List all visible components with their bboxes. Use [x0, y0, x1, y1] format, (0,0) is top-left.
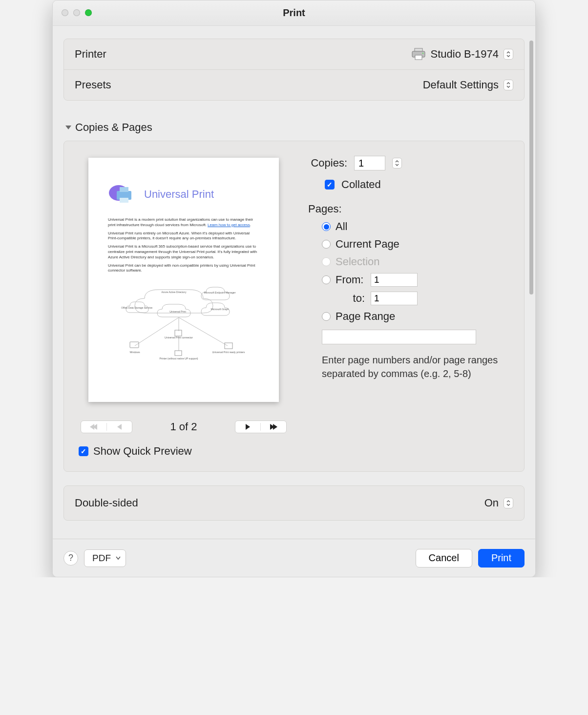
page-range-input[interactable]	[322, 330, 476, 344]
window-controls	[62, 9, 92, 16]
svg-rect-2	[415, 55, 422, 60]
collated-checkbox[interactable]	[325, 180, 335, 189]
svg-rect-22	[175, 330, 182, 336]
zoom-window-button[interactable]	[85, 9, 92, 16]
controls-column: Copies: Collated Pages:	[308, 158, 509, 458]
close-window-button[interactable]	[62, 9, 68, 16]
svg-rect-23	[225, 343, 232, 349]
svg-line-10	[179, 317, 228, 346]
svg-rect-7	[120, 198, 128, 203]
pages-from-radio[interactable]	[322, 275, 331, 284]
double-sided-panel: Double-sided On	[63, 485, 525, 521]
printer-select[interactable]: Studio B-1974	[411, 48, 513, 61]
printer-row: Printer Studio B-1974	[64, 39, 524, 69]
page-indicator: 1 of 2	[170, 421, 197, 433]
show-quick-preview-row: Show Quick Preview	[79, 445, 289, 458]
cloud-printer-icon	[108, 182, 137, 207]
print-button[interactable]: Print	[478, 549, 525, 568]
dialog-title: Print	[283, 7, 305, 19]
svg-line-9	[135, 317, 179, 346]
minimize-window-button[interactable]	[73, 9, 80, 16]
svg-rect-6	[120, 187, 128, 192]
first-page-button[interactable]	[81, 421, 132, 433]
page-range-help: Enter page numbers and/or page ranges se…	[322, 353, 509, 380]
to-label: to:	[336, 292, 365, 305]
svg-text:Universal Print: Universal Print	[169, 310, 186, 313]
svg-point-3	[422, 53, 423, 54]
next-page-button[interactable]	[235, 421, 287, 433]
svg-rect-21	[130, 342, 139, 348]
pages-current-radio[interactable]	[322, 240, 331, 249]
copies-pages-header[interactable]: Copies & Pages	[63, 114, 525, 141]
presets-value: Default Settings	[423, 79, 499, 91]
prev-page-button[interactable]	[107, 424, 132, 430]
preview-heading: Universal Print	[144, 187, 214, 202]
copies-pages-panel: Universal Print Universal Print is a mod…	[63, 141, 525, 472]
double-sided-value: On	[484, 497, 499, 509]
pages-selection-label: Selection	[336, 255, 380, 268]
svg-text:Office Data Storage Service: Office Data Storage Service	[121, 306, 152, 309]
svg-rect-24	[175, 351, 182, 356]
svg-text:Universal Print connector: Universal Print connector	[165, 336, 193, 339]
svg-text:Universal Print ready printers: Universal Print ready printers	[212, 351, 245, 354]
svg-text:Windows: Windows	[129, 351, 140, 354]
pages-selection-radio	[322, 257, 331, 266]
presets-row: Presets Default Settings	[64, 69, 524, 100]
stepper-icon	[504, 80, 513, 90]
presets-label: Presets	[75, 79, 111, 91]
printer-presets-panel: Printer Studio B-1974 Presets	[63, 39, 525, 101]
help-icon: ?	[68, 553, 73, 563]
preview-column: Universal Print Universal Print is a mod…	[79, 158, 289, 458]
show-quick-preview-checkbox[interactable]	[79, 446, 88, 456]
dialog-body: Printer Studio B-1974 Presets	[53, 26, 535, 539]
printer-label: Printer	[75, 48, 106, 61]
printer-value: Studio B-1974	[431, 48, 499, 61]
preview-link: Learn how to get access	[208, 223, 250, 227]
pages-label: Pages:	[308, 203, 509, 215]
copies-input[interactable]	[354, 156, 385, 170]
architecture-diagram: Azure Active Directory Microsoft Endpoin…	[115, 277, 252, 370]
pages-all-label: All	[336, 220, 347, 233]
stepper-icon	[504, 498, 513, 508]
from-label: From:	[336, 273, 365, 286]
section-title: Copies & Pages	[75, 121, 152, 134]
double-sided-select[interactable]: On	[484, 497, 513, 509]
collated-label: Collated	[341, 178, 381, 191]
help-button[interactable]: ?	[63, 551, 78, 566]
pages-all-radio[interactable]	[322, 222, 331, 231]
dialog-footer: ? PDF Cancel Print	[53, 539, 535, 577]
print-dialog: Print Printer Studio B-1974	[52, 0, 536, 577]
cancel-button[interactable]: Cancel	[416, 549, 472, 568]
show-quick-preview-label: Show Quick Preview	[93, 445, 192, 458]
titlebar: Print	[53, 0, 535, 26]
svg-text:Microsoft Graph: Microsoft Graph	[211, 308, 229, 311]
chevron-down-icon	[65, 126, 71, 129]
scrollbar-thumb[interactable]	[529, 41, 533, 294]
presets-select[interactable]: Default Settings	[423, 79, 513, 91]
last-page-button[interactable]	[261, 424, 286, 430]
pdf-label: PDF	[92, 553, 111, 564]
pages-range-label: Page Range	[336, 310, 395, 323]
pages-current-label: Current Page	[336, 238, 399, 251]
svg-text:Printer (without native UP sup: Printer (without native UP support)	[159, 357, 198, 360]
svg-text:Microsoft Endpoint Manager: Microsoft Endpoint Manager	[204, 291, 236, 294]
from-input[interactable]	[371, 273, 418, 287]
svg-text:Azure Active Directory: Azure Active Directory	[161, 291, 186, 294]
pdf-menu-button[interactable]: PDF	[84, 549, 126, 567]
page-preview: Universal Print Universal Print is a mod…	[88, 158, 279, 402]
double-sided-label: Double-sided	[75, 497, 138, 509]
stepper-icon	[504, 49, 513, 60]
chevron-down-icon	[116, 555, 121, 562]
preview-pager: 1 of 2	[79, 421, 289, 433]
copies-stepper[interactable]	[392, 158, 402, 168]
copies-label: Copies:	[308, 157, 347, 169]
pages-range-radio[interactable]	[322, 312, 331, 321]
to-input[interactable]	[371, 292, 418, 305]
printer-icon	[411, 48, 426, 61]
